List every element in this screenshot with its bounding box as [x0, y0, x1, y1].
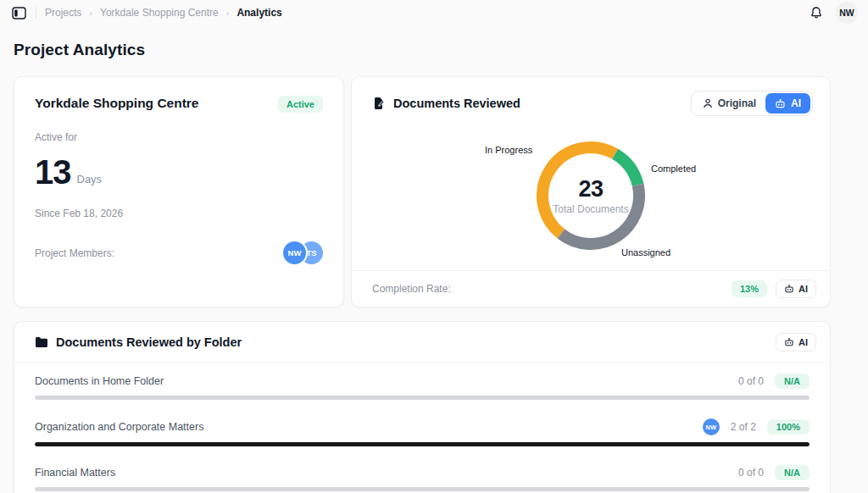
- document-edit-icon: [372, 97, 386, 110]
- sidebar-panel-icon: [12, 7, 26, 19]
- folder-row[interactable]: Documents in Home Folder 0 of 0 N/A: [35, 363, 810, 407]
- view-toggle: Original AI: [691, 91, 813, 116]
- reviewed-count: 0 of 0: [738, 467, 764, 479]
- completion-badge: N/A: [775, 465, 810, 480]
- status-badge: Active: [278, 96, 323, 113]
- progress-bar: [35, 442, 810, 446]
- breadcrumb-project-name[interactable]: Yorkdale Shopping Centre: [100, 7, 219, 19]
- documents-reviewed-title: Documents Reviewed: [393, 97, 520, 110]
- active-days-value: 13: [35, 155, 71, 189]
- robot-icon: [784, 337, 794, 347]
- user-avatar[interactable]: NW: [836, 2, 858, 24]
- project-name: Yorkdale Shopping Centre: [35, 96, 199, 111]
- sidebar-toggle-button[interactable]: [10, 4, 27, 21]
- ai-toggle-label: AI: [791, 97, 801, 109]
- chevron-right-icon: ›: [226, 8, 230, 18]
- original-toggle-button[interactable]: Original: [693, 93, 765, 114]
- folder-row[interactable]: Organization and Corporate Matters NW 2 …: [35, 407, 810, 454]
- person-icon: [703, 98, 713, 108]
- reviewed-count: 2 of 2: [731, 421, 756, 433]
- breadcrumb-projects[interactable]: Projects: [45, 7, 81, 19]
- documents-by-folder-card: Documents Reviewed by Folder AI Document…: [14, 321, 831, 493]
- folder-name: Documents in Home Folder: [35, 375, 164, 387]
- folder-name: Organization and Corporate Matters: [35, 421, 203, 433]
- notifications-button[interactable]: [809, 5, 824, 20]
- since-date: Since Feb 18, 2026: [35, 208, 323, 219]
- completion-rate-label: Completion Rate:: [372, 283, 451, 295]
- completion-badge: 100%: [767, 419, 810, 435]
- documents-donut-chart: 23 Total Documents In Progress Completed…: [352, 121, 830, 270]
- donut-center: 23 Total Documents: [536, 141, 646, 251]
- member-avatar-nw[interactable]: NW: [283, 241, 306, 264]
- progress-bar: [35, 396, 810, 400]
- reviewer-avatar: NW: [703, 418, 720, 435]
- project-summary-card: Yorkdale Shopping Centre Active Active f…: [14, 76, 344, 307]
- bell-icon: [810, 6, 823, 19]
- total-documents-label: Total Documents: [553, 203, 628, 215]
- ai-tag-label: AI: [798, 284, 808, 294]
- active-days-unit: Days: [77, 173, 103, 189]
- folder-icon: [35, 336, 48, 348]
- top-nav: Projects › Yorkdale Shopping Centre › An…: [0, 0, 868, 25]
- breadcrumb-analytics: Analytics: [236, 7, 281, 19]
- documents-reviewed-card: Documents Reviewed Original: [351, 76, 831, 307]
- total-documents-value: 23: [578, 176, 603, 202]
- ai-source-tag: AI: [776, 333, 816, 352]
- progress-fill: [35, 442, 810, 446]
- chevron-right-icon: ›: [89, 8, 92, 18]
- robot-icon: [775, 98, 786, 109]
- active-for-label: Active for: [35, 131, 323, 143]
- breadcrumb: Projects › Yorkdale Shopping Centre › An…: [45, 7, 282, 19]
- progress-bar: [35, 487, 810, 491]
- divider: [36, 7, 36, 19]
- ai-tag-label: AI: [798, 337, 808, 347]
- folder-row-list: Documents in Home Folder 0 of 0 N/A Orga…: [14, 363, 830, 493]
- member-avatar-stack: NW TS: [283, 241, 323, 264]
- page-title: Project Analytics: [14, 41, 831, 59]
- original-toggle-label: Original: [718, 97, 756, 109]
- folder-card-title: Documents Reviewed by Folder: [56, 335, 242, 349]
- segment-label-completed: Completed: [651, 163, 696, 174]
- folder-name: Financial Matters: [35, 467, 115, 479]
- ai-source-tag: AI: [776, 280, 816, 298]
- project-members-label: Project Members:: [35, 247, 114, 259]
- reviewed-count: 0 of 0: [738, 375, 764, 387]
- segment-label-in-progress: In Progress: [485, 145, 532, 155]
- folder-row[interactable]: Financial Matters 0 of 0 N/A: [35, 454, 810, 493]
- completion-badge: N/A: [775, 374, 810, 389]
- robot-icon: [784, 284, 794, 294]
- completion-rate-badge: 13%: [732, 280, 767, 297]
- ai-toggle-button[interactable]: AI: [765, 93, 810, 114]
- segment-label-unassigned: Unassigned: [621, 247, 670, 258]
